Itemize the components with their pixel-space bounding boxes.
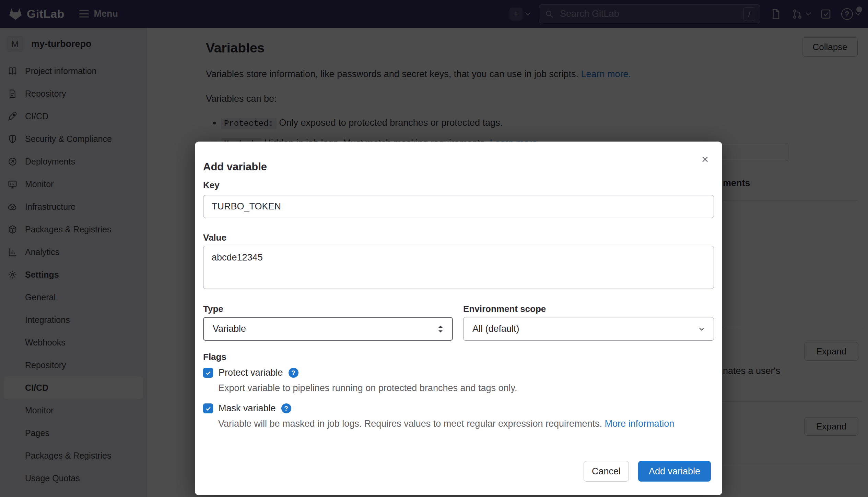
app-root: GitLab Menu + / — [0, 0, 868, 497]
scope-select-value: All (default) — [472, 324, 519, 334]
help-question-icon[interactable] — [289, 368, 298, 378]
mask-variable-label: Mask variable — [219, 403, 276, 414]
mask-desc-text: Variable will be masked in job logs. Req… — [218, 419, 602, 429]
key-input[interactable] — [203, 195, 714, 218]
help-question-icon[interactable] — [281, 403, 291, 413]
mask-variable-checkbox[interactable] — [203, 403, 213, 413]
type-select-value: Variable — [213, 324, 246, 334]
value-textarea[interactable]: abcde12345 — [203, 246, 714, 289]
mask-variable-row: Mask variable — [203, 403, 291, 414]
close-icon — [700, 154, 710, 165]
checkmark-icon — [205, 369, 212, 376]
protect-variable-description: Export variable to pipelines running on … — [218, 382, 703, 394]
checkmark-icon — [205, 405, 212, 412]
flags-label: Flags — [203, 352, 226, 362]
more-information-link[interactable]: More information — [605, 419, 675, 429]
key-label: Key — [203, 180, 220, 191]
mask-variable-description: Variable will be masked in job logs. Req… — [218, 418, 703, 430]
protect-variable-label: Protect variable — [219, 367, 283, 378]
select-updown-icon — [436, 324, 445, 334]
add-variable-modal: Add variable Key Value abcde12345 Type V… — [195, 142, 722, 495]
type-select[interactable]: Variable — [203, 317, 453, 341]
protect-variable-checkbox[interactable] — [203, 368, 213, 378]
environment-scope-select[interactable]: All (default) — [463, 317, 714, 341]
close-button[interactable] — [698, 153, 712, 166]
type-label: Type — [203, 304, 223, 314]
add-variable-button[interactable]: Add variable — [638, 461, 711, 482]
modal-title: Add variable — [203, 161, 267, 173]
value-label: Value — [203, 232, 226, 243]
cancel-button[interactable]: Cancel — [584, 461, 629, 482]
scope-label: Environment scope — [463, 304, 546, 314]
protect-variable-row: Protect variable — [203, 367, 298, 378]
chevron-down-icon — [697, 325, 706, 334]
